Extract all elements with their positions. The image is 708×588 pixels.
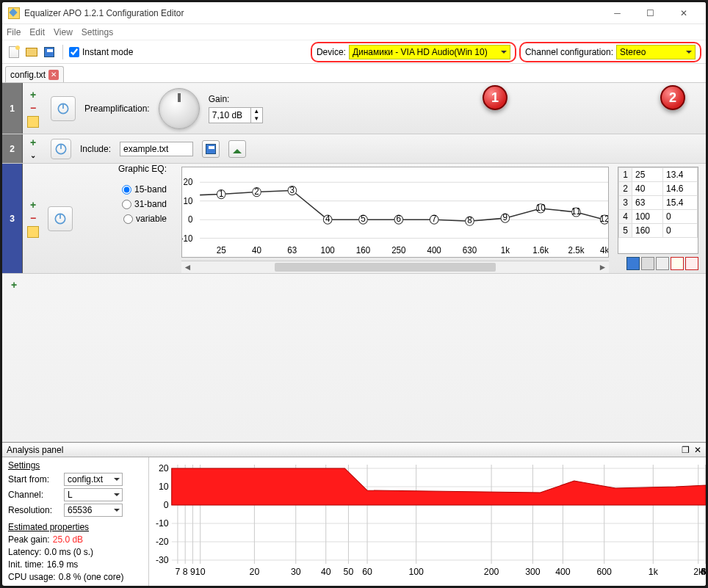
remove-button[interactable]: − — [27, 103, 39, 113]
edit-button[interactable] — [27, 226, 39, 238]
tab-config[interactable]: config.txt ✕ — [5, 66, 64, 82]
svg-text:60: 60 — [362, 567, 372, 577]
table-row[interactable]: 24014.6 — [619, 182, 698, 196]
init-time-label: Init. time: — [8, 559, 44, 570]
svg-text:100: 100 — [320, 245, 335, 255]
add-row-area: + — [2, 274, 706, 296]
row-handle[interactable]: 2 — [2, 134, 23, 163]
gain-spinner[interactable]: ▲▼ — [209, 107, 263, 123]
expand-button[interactable]: ⌄ — [27, 150, 39, 161]
save-file-button[interactable] — [42, 45, 57, 59]
include-save-button[interactable] — [202, 140, 220, 158]
latency-value: 0.0 ms (0 s.) — [44, 547, 93, 557]
new-file-button[interactable] — [7, 45, 21, 59]
instant-mode-checkbox[interactable]: Instant mode — [69, 47, 133, 57]
open-file-button[interactable] — [24, 45, 39, 59]
scroll-left[interactable]: ◄ — [181, 261, 194, 273]
svg-text:400: 400 — [427, 245, 441, 255]
menu-settings[interactable]: Settings — [82, 27, 113, 37]
analysis-graph[interactable]: 20100-10-20-30 7891020304050601002003004… — [149, 457, 706, 586]
eq-controls: Graphic EQ: 15-band 31-band variable — [84, 164, 173, 273]
start-from-select[interactable]: config.txt — [64, 473, 123, 486]
row-handle[interactable]: 3 — [2, 164, 23, 273]
gain-knob[interactable] — [159, 88, 200, 129]
include-open-button[interactable] — [228, 140, 246, 158]
table-row[interactable]: 41000 — [619, 210, 698, 224]
add-row-button[interactable]: + — [8, 280, 20, 290]
instant-mode-input[interactable] — [69, 47, 79, 57]
device-select[interactable]: Динамики - VIA HD Audio(Win 10) — [349, 45, 510, 59]
resolution-select[interactable]: 65536 — [64, 504, 123, 517]
include-file-input[interactable] — [120, 142, 193, 156]
channel-config-value: Stereo — [620, 47, 646, 57]
latency-label: Latency: — [8, 547, 41, 557]
svg-text:2.5k: 2.5k — [568, 245, 585, 255]
close-panel-button[interactable]: ✕ — [694, 445, 701, 455]
menu-edit[interactable]: Edit — [29, 27, 45, 37]
svg-text:400: 400 — [555, 567, 571, 577]
radio-variable[interactable]: variable — [123, 214, 167, 224]
svg-text:25: 25 — [217, 245, 226, 255]
callout-1: 1 — [483, 85, 507, 110]
close-button[interactable]: ✕ — [667, 4, 700, 23]
start-from-label: Start from: — [8, 474, 61, 484]
spin-up[interactable]: ▲ — [251, 108, 262, 115]
props-header: Estimated properties — [8, 522, 142, 532]
invert-icon[interactable] — [656, 257, 669, 270]
undock-button[interactable]: ❐ — [682, 445, 690, 455]
analysis-settings: Settings Start from: config.txt Channel:… — [2, 457, 149, 586]
menu-view[interactable]: View — [54, 27, 73, 37]
svg-text:0: 0 — [164, 500, 169, 510]
maximize-button[interactable]: ☐ — [634, 4, 667, 23]
remove-button[interactable]: − — [27, 213, 39, 223]
svg-text:12: 12 — [600, 214, 608, 224]
device-label: Device: — [317, 47, 346, 57]
channel-config-select[interactable]: Stereo — [616, 45, 696, 59]
eq-graph[interactable]: 20 10 0 -10 12 — [181, 167, 609, 258]
gain-input[interactable] — [209, 109, 250, 122]
svg-text:6: 6 — [397, 214, 402, 224]
open-folder-icon — [26, 48, 37, 57]
svg-text:4: 4 — [325, 214, 330, 224]
power-toggle[interactable] — [48, 206, 73, 231]
radio-15band[interactable]: 15-band — [122, 184, 167, 195]
svg-text:-30: -30 — [156, 555, 169, 565]
svg-text:7: 7 — [432, 214, 437, 224]
eq-values-table[interactable]: 12513.424014.636315.44100051600 — [618, 167, 698, 254]
svg-text:7: 7 — [176, 567, 181, 577]
scroll-thumb[interactable] — [275, 263, 496, 272]
tab-close-button[interactable]: ✕ — [48, 70, 59, 80]
svg-text:8: 8 — [467, 215, 472, 225]
row-handle[interactable]: 1 — [2, 83, 23, 134]
svg-text:10: 10 — [184, 196, 193, 206]
eq-graph-scrollbar[interactable]: ◄ ► — [181, 261, 609, 273]
row-controls: + − — [23, 164, 43, 273]
add-button[interactable]: + — [27, 200, 39, 210]
graphic-eq-label: Graphic EQ: — [118, 164, 167, 174]
table-row[interactable]: 12513.4 — [619, 168, 698, 182]
spin-down[interactable]: ▼ — [251, 115, 262, 123]
reset-icon[interactable] — [685, 257, 698, 270]
add-button[interactable]: + — [27, 90, 39, 100]
analysis-header[interactable]: Analysis panel ❐ ✕ — [2, 443, 706, 457]
svg-text:-10: -10 — [182, 233, 193, 243]
power-toggle[interactable] — [51, 96, 76, 121]
channel-select[interactable]: L — [64, 488, 123, 501]
minimize-button[interactable]: ─ — [601, 4, 634, 23]
radio-31band[interactable]: 31-band — [122, 199, 167, 209]
gain-label: Gain: — [209, 94, 263, 104]
edit-button[interactable] — [27, 116, 39, 128]
save-icon[interactable] — [626, 257, 640, 270]
power-toggle[interactable] — [51, 139, 71, 159]
add-button[interactable]: + — [27, 137, 39, 148]
menu-file[interactable]: File — [7, 27, 21, 37]
import-icon[interactable] — [641, 257, 654, 270]
row-graphic-eq: 3 + − Graphic EQ: 15-band 31-band variab… — [2, 164, 706, 274]
scroll-right[interactable]: ► — [596, 261, 609, 273]
svg-text:600: 600 — [596, 567, 612, 577]
svg-text:9: 9 — [503, 212, 508, 222]
table-row[interactable]: 36315.4 — [619, 196, 698, 210]
normalize-icon[interactable] — [671, 257, 684, 270]
svg-text:1: 1 — [219, 188, 224, 198]
table-row[interactable]: 51600 — [619, 224, 698, 238]
